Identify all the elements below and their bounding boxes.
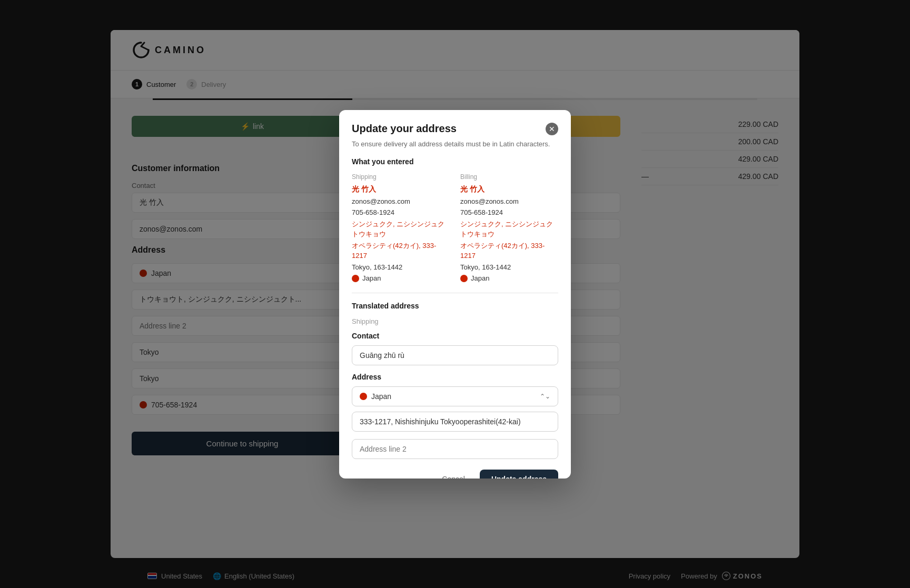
address-line1-translated-input[interactable] <box>352 412 558 432</box>
modal-overlay: Update your address ✕ To ensure delivery… <box>0 0 910 588</box>
translated-address-label: Translated address <box>352 302 558 310</box>
billing-col-header: Billing <box>460 173 558 181</box>
billing-country-flag <box>460 275 468 282</box>
columns-container: Shipping 光 竹入 zonos@zonos.com 705-658-19… <box>352 173 558 283</box>
modal-header: Update your address ✕ <box>339 110 571 135</box>
shipping-col-header: Shipping <box>352 173 450 181</box>
contact-translated-input[interactable] <box>352 345 558 365</box>
billing-email: zonos@zonos.com <box>460 196 558 207</box>
shipping-phone: 705-658-1924 <box>352 207 450 218</box>
shipping-address-line1: シンジュクク, ニシシンジュクトウキョウ <box>352 219 450 240</box>
billing-name: 光 竹入 <box>460 185 558 194</box>
modal-title: Update your address <box>352 123 457 135</box>
update-address-button[interactable]: Update address <box>480 470 558 478</box>
billing-column: Billing 光 竹入 zonos@zonos.com 705-658-192… <box>460 173 558 283</box>
section-divider <box>352 293 558 293</box>
translated-shipping-label: Shipping <box>352 317 558 325</box>
shipping-city-state: Tokyo, 163-1442 <box>352 262 450 273</box>
shipping-name: 光 竹入 <box>352 185 450 194</box>
cancel-button[interactable]: Cancel <box>433 470 473 478</box>
modal-footer: Cancel Update address <box>352 470 558 478</box>
country-select[interactable]: Japan ⌃⌄ <box>352 386 558 406</box>
chevron-updown-icon: ⌃⌄ <box>540 393 550 400</box>
billing-city-state: Tokyo, 163-1442 <box>460 262 558 273</box>
japan-select-flag <box>360 393 367 400</box>
address-section-label: Address <box>352 373 558 381</box>
shipping-email: zonos@zonos.com <box>352 196 450 207</box>
what-entered-label: What you entered <box>352 157 558 166</box>
shipping-column: Shipping 光 竹入 zonos@zonos.com 705-658-19… <box>352 173 450 283</box>
shipping-address-line2: オペラシティ(42カイ), 333-1217 <box>352 241 450 261</box>
update-address-modal: Update your address ✕ To ensure delivery… <box>339 110 571 479</box>
contact-section-label: Contact <box>352 332 558 340</box>
modal-close-button[interactable]: ✕ <box>546 123 558 135</box>
shipping-country-flag <box>352 275 359 282</box>
modal-body: What you entered Shipping 光 竹入 zonos@zon… <box>339 157 571 479</box>
billing-country: Japan <box>460 274 558 282</box>
billing-address-line2: オペラシティ(42カイ), 333-1217 <box>460 241 558 261</box>
address-line2-translated-input[interactable] <box>352 439 558 459</box>
modal-subtitle: To ensure delivery all address details m… <box>339 139 571 157</box>
billing-address-line1: シンジュクク, ニシシンジュクトウキョウ <box>460 219 558 240</box>
billing-phone: 705-658-1924 <box>460 207 558 218</box>
shipping-country: Japan <box>352 274 450 282</box>
